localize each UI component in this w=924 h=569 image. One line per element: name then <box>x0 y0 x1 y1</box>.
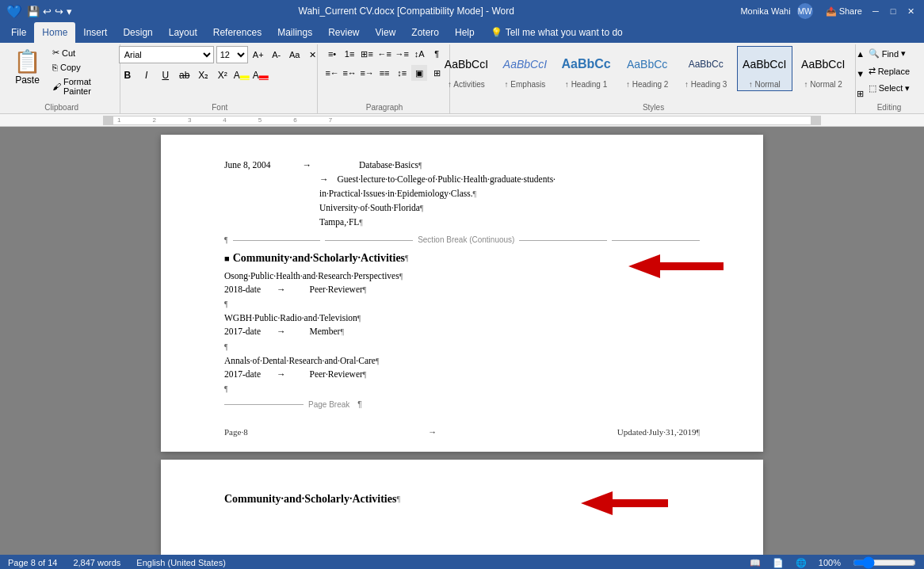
tab-design[interactable]: Design <box>115 22 160 43</box>
wgbh-text: WGBH·Public·Radio·and·Television <box>224 313 357 323</box>
justify-button[interactable]: ≡≡ <box>376 65 392 81</box>
style-heading2-preview: AaBbCc <box>627 48 667 80</box>
align-left-button[interactable]: ≡← <box>324 65 340 81</box>
bold-button[interactable]: B <box>119 67 136 84</box>
binoculars-icon: 🔍 <box>869 48 880 59</box>
layout-view-icon[interactable]: 📄 <box>773 558 784 568</box>
osong-date: 2018-date <box>224 283 261 296</box>
bullets-button[interactable]: ≡• <box>324 46 340 62</box>
style-heading2[interactable]: AaBbCc ↑ Heading 2 <box>620 46 675 91</box>
copy-icon: ⎘ <box>52 63 58 72</box>
strikethrough-button[interactable]: ab <box>176 67 193 84</box>
style-heading3[interactable]: AaBbCc ↑ Heading 3 <box>678 46 734 91</box>
database-basics: Database·Basics <box>359 158 418 171</box>
redo-icon[interactable]: ↪ <box>55 6 63 17</box>
ribbon-tabs: File Home Insert Design Layout Reference… <box>0 22 924 43</box>
para-mark-annals: ¶ <box>376 357 380 365</box>
style-heading1[interactable]: AaBbCc ↑ Heading 1 <box>556 46 616 91</box>
multilevel-button[interactable]: ⊞≡ <box>359 46 375 62</box>
style-activities[interactable]: AaBbCcI ↑ Activities <box>438 46 494 91</box>
wgbh-role: Member <box>309 325 340 338</box>
web-view-icon[interactable]: 🌐 <box>796 558 807 568</box>
tab-view[interactable]: View <box>368 22 404 43</box>
tab-search[interactable]: 💡 Tell me what you want to do <box>483 22 631 43</box>
shading-button[interactable]: ▣ <box>411 65 427 81</box>
tab-mailings[interactable]: Mailings <box>269 22 320 43</box>
select-button[interactable]: ⬚ Select ▾ <box>863 81 916 96</box>
page-8: June 8, 2004 → Database·Basics ¶ → Guest… <box>161 135 763 452</box>
annals-role: Peer·Reviewer <box>309 368 362 380</box>
superscript-button[interactable]: X² <box>214 67 231 84</box>
wgbh-date-line: 2017-date → Member¶ <box>224 325 700 338</box>
annals-date: 2017-date <box>224 368 261 380</box>
undo-icon[interactable]: ↩ <box>43 6 52 17</box>
style-normal2[interactable]: AaBbCcI ↑ Normal 2 <box>796 46 851 91</box>
read-view-icon[interactable]: 📖 <box>750 558 761 568</box>
page-break-label: Page Break <box>308 399 349 411</box>
style-emphasis[interactable]: AaBbCcI ↑ Emphasis <box>497 46 552 91</box>
save-icon[interactable]: 💾 <box>27 6 40 17</box>
font-color-button[interactable]: A▬ <box>252 67 269 84</box>
increase-indent-button[interactable]: →≡ <box>394 46 410 62</box>
word-count: 2,847 words <box>73 558 120 567</box>
share-icon[interactable]: 📤 Share <box>826 6 862 17</box>
restore-button[interactable]: □ <box>886 4 900 18</box>
tab-references[interactable]: References <box>205 22 269 43</box>
tab-file[interactable]: File <box>3 22 34 43</box>
ruler-inner: 1234567 <box>113 116 811 125</box>
copy-button[interactable]: ⎘ Copy <box>48 61 115 74</box>
minimize-button[interactable]: ─ <box>869 4 883 18</box>
clipboard-small-buttons: ✂ Cut ⎘ Copy 🖌 Format Painter <box>48 46 115 97</box>
lecture-line: → Guest·lecture·to·College·of·Public·Hea… <box>319 173 700 185</box>
cut-button[interactable]: ✂ Cut <box>48 46 115 59</box>
tab-insert[interactable]: Insert <box>75 22 115 43</box>
style-heading3-label: ↑ Heading 3 <box>685 80 727 89</box>
section-break: Section Break (Continuous) <box>233 235 700 246</box>
format-painter-button[interactable]: 🖌 Format Painter <box>48 75 115 97</box>
highlight-color-button[interactable]: A▬ <box>233 67 250 84</box>
tab-help[interactable]: Help <box>447 22 483 43</box>
osong-arrow: → <box>277 283 286 296</box>
customize-icon[interactable]: ▾ <box>67 6 72 17</box>
window-title: Wahi_Current CV.docx [Compatibility Mode… <box>72 6 740 17</box>
subscript-button[interactable]: X₂ <box>195 67 212 84</box>
red-arrow-svg-2 <box>581 487 668 519</box>
font-family-select[interactable]: Arial <box>119 46 214 63</box>
tab-zotero[interactable]: Zotero <box>403 22 447 43</box>
zoom-slider[interactable] <box>853 556 916 569</box>
para-section-line: ¶ Section Break (Continuous) <box>224 231 700 249</box>
tab-home[interactable]: Home <box>34 22 75 43</box>
decrease-indent-button[interactable]: ←≡ <box>376 46 392 62</box>
line-spacing-button[interactable]: ↕≡ <box>394 65 410 81</box>
editing-group-label: Editing <box>862 103 916 112</box>
align-right-button[interactable]: ≡→ <box>359 65 375 81</box>
tab-review[interactable]: Review <box>320 22 367 43</box>
numbering-button[interactable]: 1≡ <box>342 46 357 62</box>
align-center-button[interactable]: ≡↔ <box>342 65 357 81</box>
editing-group: 🔍 Find ▾ ⇄ Replace ⬚ Select ▾ Editing <box>857 44 921 113</box>
font-shrink-button[interactable]: A- <box>269 47 284 63</box>
close-button[interactable]: ✕ <box>903 4 918 18</box>
replace-icon: ⇄ <box>869 66 876 76</box>
italic-button[interactable]: I <box>138 67 155 84</box>
styles-group-label: Styles <box>456 103 850 112</box>
annals-arrow: → <box>277 368 286 380</box>
paste-button[interactable]: 📋 Paste <box>8 46 47 88</box>
underline-button[interactable]: U <box>157 67 174 84</box>
para-mark-3: ¶ <box>420 204 424 212</box>
osong-text: Osong·Public·Health·and·Research·Perspec… <box>224 271 399 281</box>
language: English (United States) <box>136 558 226 567</box>
font-case-button[interactable]: Aa <box>287 47 303 63</box>
replace-button[interactable]: ⇄ Replace <box>863 63 915 78</box>
tab-layout[interactable]: Layout <box>161 22 205 43</box>
font-size-select[interactable]: 12 <box>216 46 248 63</box>
annals-text: Annals·of·Dental·Research·and·Oral·Care <box>224 356 376 365</box>
clear-format-button[interactable]: ✕ <box>305 47 321 63</box>
font-grow-button[interactable]: A+ <box>250 47 266 63</box>
document-area[interactable]: June 8, 2004 → Database·Basics ¶ → Guest… <box>0 127 924 555</box>
paragraph-group-label: Paragraph <box>324 103 445 112</box>
find-button[interactable]: 🔍 Find ▾ <box>863 46 911 61</box>
page9-heading-text: Community·and·Scholarly·Activities <box>224 491 396 507</box>
sort-button[interactable]: ↕A <box>411 46 427 62</box>
style-normal[interactable]: AaBbCcI ↑ Normal <box>737 46 792 91</box>
